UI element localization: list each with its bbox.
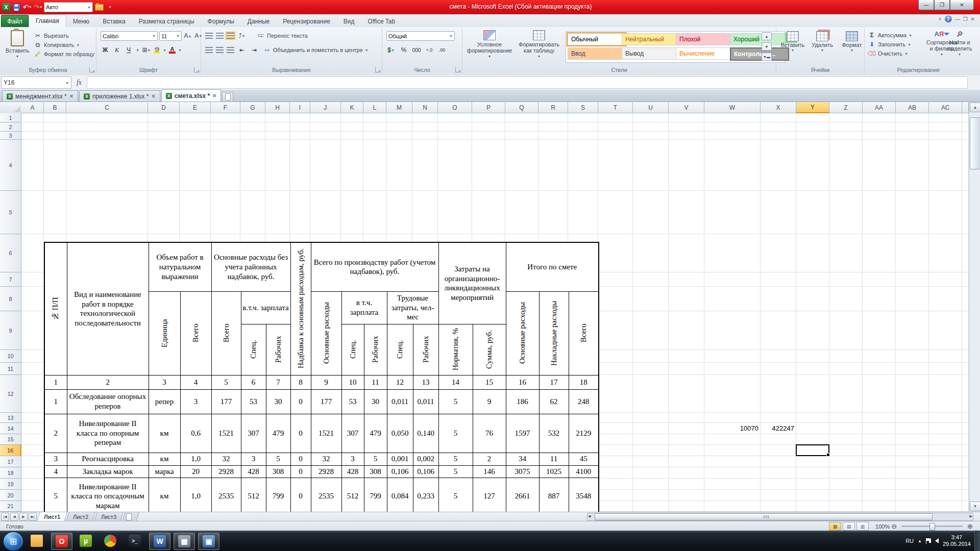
column-header-T[interactable]: T [598, 102, 633, 113]
align-right-icon[interactable] [227, 47, 234, 53]
font-color-button[interactable]: А [169, 46, 176, 54]
row-header-5[interactable]: 5 [0, 191, 21, 234]
hdr-org-norm[interactable]: Норматив, % [438, 324, 473, 375]
increase-decimal-button[interactable]: +,0 [425, 45, 434, 55]
row-header-18[interactable]: 18 [0, 467, 21, 479]
hdr-org-sum[interactable]: Сумма, руб. [473, 324, 506, 375]
column-header-AB[interactable]: AB [896, 102, 929, 113]
worksheet-grid[interactable]: ABCDEFGHIJKLMNOPQRSTUVWXYZAAABAC 1234567… [0, 102, 969, 512]
row-header-20[interactable]: 20 [0, 490, 21, 501]
cell-style-[interactable]: Нейтральный [622, 33, 680, 45]
column-header-W[interactable]: W [704, 102, 761, 113]
table-cell[interactable]: 3 [241, 453, 266, 465]
table-cell[interactable]: Нивелирование II класса по опорным репер… [67, 414, 149, 453]
fill-button[interactable]: ⬇Заполнить▼ [868, 40, 912, 49]
column-header-X[interactable]: X [761, 102, 796, 113]
workbook-restore-icon[interactable]: ❐ [963, 16, 968, 22]
open-button[interactable] [94, 3, 104, 12]
table-cell[interactable]: 2129 [569, 414, 599, 453]
column-header-D[interactable]: D [148, 102, 180, 113]
qat-auto-combo[interactable]: Авто ▼ [44, 2, 93, 12]
table-cell[interactable]: Закладка марок [67, 465, 149, 478]
redo-button[interactable]: ↷▾ [33, 3, 42, 12]
sheet-tab-лист2[interactable]: Лист2 [66, 512, 95, 521]
col-number-cell[interactable]: 18 [569, 375, 599, 389]
workbook-minimize-icon[interactable]: — [955, 16, 960, 22]
table-cell[interactable]: 32 [311, 453, 341, 465]
table-cell[interactable]: 62 [539, 389, 569, 414]
close-icon[interactable]: ✕ [69, 93, 74, 99]
table-cell[interactable]: 5 [438, 465, 473, 478]
insert-sheet-tab[interactable] [122, 512, 139, 521]
hdr-org[interactable]: Затраты на организационно-ликвидационных… [438, 242, 506, 324]
cut-button[interactable]: ✂Вырезать [34, 31, 94, 40]
bold-button[interactable]: Ж [101, 45, 110, 55]
column-header-L[interactable]: L [363, 102, 386, 113]
column-header-Y[interactable]: Y [796, 102, 829, 113]
table-cell[interactable]: 2928 [311, 465, 341, 478]
column-header-Z[interactable]: Z [829, 102, 863, 113]
column-header-P[interactable]: P [472, 102, 505, 113]
gallery-more-button[interactable]: ▼▬ [762, 53, 772, 61]
table-cell[interactable]: 30 [364, 389, 387, 414]
row-header-6[interactable]: 6 [0, 234, 21, 272]
hdr-basic-salary[interactable]: в.т.ч. зарплата [241, 291, 290, 324]
table-cell[interactable]: 512 [241, 478, 266, 512]
table-cell[interactable]: 2535 [311, 478, 341, 512]
col-number-cell[interactable]: 16 [506, 375, 539, 389]
gallery-up-button[interactable]: ▲ [762, 32, 772, 40]
doc-tab--xlsx-[interactable]: Xсмета.xlsx *✕ [161, 89, 222, 102]
table-cell[interactable]: 2 [44, 414, 67, 453]
col-number-cell[interactable]: 9 [311, 375, 341, 389]
col-number-cell[interactable]: 7 [266, 375, 290, 389]
table-cell[interactable]: 127 [473, 478, 506, 512]
table-cell[interactable]: 3548 [569, 478, 599, 512]
tab-главная[interactable]: Главная [29, 14, 66, 27]
align-top-icon[interactable] [205, 33, 213, 39]
col-number-cell[interactable]: 2 [67, 375, 149, 389]
table-cell[interactable]: 1521 [211, 414, 241, 453]
table-cell[interactable]: 1521 [311, 414, 341, 453]
col-number-cell[interactable]: 14 [438, 375, 473, 389]
col-number-cell[interactable]: 17 [539, 375, 569, 389]
tab-вид[interactable]: Вид [337, 15, 361, 27]
col-number-cell[interactable]: 5 [211, 375, 241, 389]
table-cell[interactable]: км [149, 478, 180, 512]
conditional-formatting-button[interactable]: Условное форматирование▼ [468, 30, 511, 58]
table-cell[interactable]: 53 [341, 389, 364, 414]
row-header-11[interactable]: 11 [0, 363, 21, 375]
align-bottom-icon[interactable] [227, 33, 234, 39]
cell-style-[interactable]: Ввод [568, 47, 626, 60]
row-header-15[interactable]: 15 [0, 434, 21, 445]
percent-style-button[interactable]: % [399, 45, 408, 55]
table-cell[interactable]: 308 [266, 465, 290, 478]
format-cells-button[interactable]: Формат▼ [839, 31, 865, 52]
zoom-level[interactable]: 100% [875, 523, 890, 530]
table-cell[interactable]: 307 [341, 414, 364, 453]
table-cell[interactable]: 887 [539, 478, 569, 512]
col-number-cell[interactable]: 11 [364, 375, 387, 389]
hdr-surcharge[interactable]: Надбавка к основным расходам, руб. [290, 242, 311, 375]
table-cell[interactable]: 1,0 [180, 478, 211, 512]
hdr-basic-workers[interactable]: Рабочих [266, 324, 290, 375]
table-cell[interactable]: 3 [44, 453, 67, 465]
table-cell[interactable]: 45 [569, 453, 599, 465]
column-header-Q[interactable]: Q [505, 102, 538, 113]
hdr-grand-total[interactable]: Всего [569, 291, 599, 375]
last-sheet-button[interactable]: ▶| [29, 513, 37, 521]
table-cell[interactable]: 5 [438, 414, 473, 453]
number-format-combo[interactable]: Общий▼ [386, 31, 455, 41]
col-number-cell[interactable]: 10 [341, 375, 364, 389]
restore-button[interactable]: ❐ [934, 0, 950, 10]
undo-button[interactable]: ↶▾ [22, 3, 32, 12]
clipboard-dialog-launcher[interactable] [89, 67, 94, 72]
table-cell[interactable]: 0,011 [387, 389, 413, 414]
table-cell[interactable]: 30 [266, 389, 290, 414]
column-header-AA[interactable]: AA [863, 102, 896, 113]
row-header-7[interactable]: 7 [0, 272, 21, 287]
show-hidden-icons-button[interactable]: ▲ [918, 539, 922, 543]
table-cell[interactable]: Обследование опорных реперов [67, 389, 149, 414]
hdr-unit[interactable]: Единица [149, 291, 180, 375]
next-sheet-button[interactable]: ▶ [19, 513, 28, 521]
font-dialog-launcher[interactable] [194, 67, 199, 72]
